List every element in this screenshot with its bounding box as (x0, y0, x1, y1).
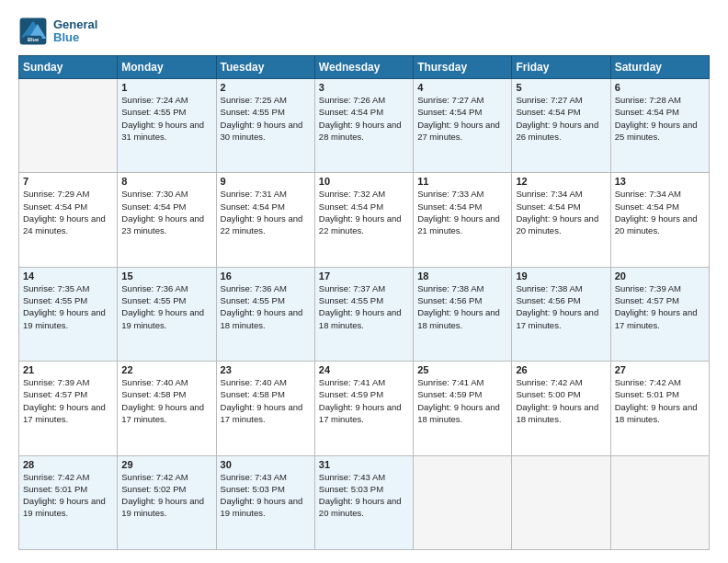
day-number: 6 (615, 82, 705, 93)
day-of-week-header: Saturday (610, 56, 709, 79)
calendar-day-cell: 19Sunrise: 7:38 AMSunset: 4:56 PMDayligh… (512, 267, 610, 361)
calendar-day-cell: 13Sunrise: 7:34 AMSunset: 4:54 PMDayligh… (610, 173, 709, 267)
calendar-day-cell: 8Sunrise: 7:30 AMSunset: 4:54 PMDaylight… (118, 173, 216, 267)
day-info: Sunrise: 7:36 AMSunset: 4:55 PMDaylight:… (221, 282, 311, 331)
day-number: 14 (23, 270, 113, 282)
day-number: 7 (23, 176, 113, 187)
svg-text:Blue: Blue (28, 37, 39, 42)
day-info: Sunrise: 7:33 AMSunset: 4:54 PMDaylight:… (417, 188, 507, 236)
day-number: 31 (319, 459, 409, 470)
calendar-week-row: 14Sunrise: 7:35 AMSunset: 4:55 PMDayligh… (19, 267, 710, 361)
calendar-day-cell: 3Sunrise: 7:26 AMSunset: 4:54 PMDaylight… (314, 79, 413, 173)
day-number: 8 (121, 176, 211, 187)
header: Blue General Blue (18, 17, 710, 46)
logo: Blue General Blue (18, 17, 97, 46)
calendar-day-cell: 2Sunrise: 7:25 AMSunset: 4:55 PMDaylight… (216, 79, 314, 173)
calendar-day-cell: 7Sunrise: 7:29 AMSunset: 4:54 PMDaylight… (19, 173, 118, 267)
day-number: 12 (516, 176, 606, 187)
day-number: 3 (319, 82, 409, 93)
day-info: Sunrise: 7:35 AMSunset: 4:55 PMDaylight:… (23, 282, 113, 331)
calendar-day-cell: 17Sunrise: 7:37 AMSunset: 4:55 PMDayligh… (314, 267, 413, 361)
day-of-week-header: Tuesday (216, 56, 314, 79)
day-info: Sunrise: 7:42 AMSunset: 5:01 PMDaylight:… (23, 471, 113, 520)
day-info: Sunrise: 7:34 AMSunset: 4:54 PMDaylight:… (516, 188, 606, 236)
calendar-day-cell: 31Sunrise: 7:43 AMSunset: 5:03 PMDayligh… (314, 455, 413, 549)
day-info: Sunrise: 7:25 AMSunset: 4:55 PMDaylight:… (221, 94, 311, 143)
calendar-week-row: 21Sunrise: 7:39 AMSunset: 4:57 PMDayligh… (19, 362, 710, 455)
calendar-day-cell: 30Sunrise: 7:43 AMSunset: 5:03 PMDayligh… (216, 455, 314, 549)
calendar-week-row: 7Sunrise: 7:29 AMSunset: 4:54 PMDaylight… (19, 173, 710, 267)
day-number: 24 (319, 364, 409, 375)
day-number: 11 (417, 176, 507, 187)
calendar-day-cell: 21Sunrise: 7:39 AMSunset: 4:57 PMDayligh… (19, 362, 118, 455)
day-info: Sunrise: 7:32 AMSunset: 4:54 PMDaylight:… (319, 188, 409, 236)
day-info: Sunrise: 7:42 AMSunset: 5:00 PMDaylight:… (516, 376, 606, 425)
logo-icon: Blue (18, 17, 48, 46)
day-info: Sunrise: 7:41 AMSunset: 4:59 PMDaylight:… (417, 376, 507, 425)
day-number: 29 (121, 459, 211, 470)
day-info: Sunrise: 7:38 AMSunset: 4:56 PMDaylight:… (516, 282, 606, 331)
day-number: 10 (319, 176, 409, 187)
calendar-day-cell: 26Sunrise: 7:42 AMSunset: 5:00 PMDayligh… (512, 362, 610, 455)
day-info: Sunrise: 7:40 AMSunset: 4:58 PMDaylight:… (121, 376, 211, 425)
day-info: Sunrise: 7:28 AMSunset: 4:54 PMDaylight:… (615, 94, 705, 143)
logo-text: General Blue (53, 18, 97, 45)
day-info: Sunrise: 7:36 AMSunset: 4:55 PMDaylight:… (121, 282, 211, 331)
day-info: Sunrise: 7:29 AMSunset: 4:54 PMDaylight:… (23, 188, 113, 236)
day-info: Sunrise: 7:26 AMSunset: 4:54 PMDaylight:… (319, 94, 409, 143)
calendar-week-row: 1Sunrise: 7:24 AMSunset: 4:55 PMDaylight… (19, 79, 710, 173)
day-number: 22 (121, 364, 211, 375)
calendar-day-cell: 29Sunrise: 7:42 AMSunset: 5:02 PMDayligh… (118, 455, 216, 549)
day-info: Sunrise: 7:39 AMSunset: 4:57 PMDaylight:… (615, 282, 705, 331)
calendar-day-cell: 4Sunrise: 7:27 AMSunset: 4:54 PMDaylight… (414, 79, 512, 173)
calendar-day-cell: 15Sunrise: 7:36 AMSunset: 4:55 PMDayligh… (118, 267, 216, 361)
day-info: Sunrise: 7:30 AMSunset: 4:54 PMDaylight:… (121, 188, 211, 236)
day-of-week-header: Thursday (414, 56, 512, 79)
calendar-day-cell: 20Sunrise: 7:39 AMSunset: 4:57 PMDayligh… (610, 267, 709, 361)
calendar-day-cell: 11Sunrise: 7:33 AMSunset: 4:54 PMDayligh… (414, 173, 512, 267)
calendar-day-cell: 16Sunrise: 7:36 AMSunset: 4:55 PMDayligh… (216, 267, 314, 361)
day-info: Sunrise: 7:27 AMSunset: 4:54 PMDaylight:… (417, 94, 507, 143)
day-number: 15 (121, 270, 211, 282)
day-number: 4 (417, 82, 507, 93)
calendar-header-row: SundayMondayTuesdayWednesdayThursdayFrid… (19, 56, 710, 79)
day-info: Sunrise: 7:41 AMSunset: 4:59 PMDaylight:… (319, 376, 409, 425)
day-info: Sunrise: 7:27 AMSunset: 4:54 PMDaylight:… (516, 94, 606, 143)
day-number: 5 (516, 82, 606, 93)
day-info: Sunrise: 7:39 AMSunset: 4:57 PMDaylight:… (23, 376, 113, 425)
calendar-day-cell: 24Sunrise: 7:41 AMSunset: 4:59 PMDayligh… (314, 362, 413, 455)
calendar-table: SundayMondayTuesdayWednesdayThursdayFrid… (18, 55, 710, 550)
calendar-day-cell (610, 455, 709, 549)
day-info: Sunrise: 7:42 AMSunset: 5:02 PMDaylight:… (121, 471, 211, 520)
calendar-day-cell: 5Sunrise: 7:27 AMSunset: 4:54 PMDaylight… (512, 79, 610, 173)
calendar-day-cell: 12Sunrise: 7:34 AMSunset: 4:54 PMDayligh… (512, 173, 610, 267)
calendar-day-cell: 27Sunrise: 7:42 AMSunset: 5:01 PMDayligh… (610, 362, 709, 455)
day-info: Sunrise: 7:38 AMSunset: 4:56 PMDaylight:… (417, 282, 507, 331)
calendar-day-cell: 6Sunrise: 7:28 AMSunset: 4:54 PMDaylight… (610, 79, 709, 173)
calendar-week-row: 28Sunrise: 7:42 AMSunset: 5:01 PMDayligh… (19, 455, 710, 549)
calendar-day-cell (414, 455, 512, 549)
calendar-day-cell: 28Sunrise: 7:42 AMSunset: 5:01 PMDayligh… (19, 455, 118, 549)
calendar-day-cell: 22Sunrise: 7:40 AMSunset: 4:58 PMDayligh… (118, 362, 216, 455)
day-of-week-header: Sunday (19, 56, 118, 79)
day-number: 1 (121, 82, 211, 93)
calendar-day-cell: 25Sunrise: 7:41 AMSunset: 4:59 PMDayligh… (414, 362, 512, 455)
calendar-day-cell: 9Sunrise: 7:31 AMSunset: 4:54 PMDaylight… (216, 173, 314, 267)
day-info: Sunrise: 7:34 AMSunset: 4:54 PMDaylight:… (615, 188, 705, 236)
day-info: Sunrise: 7:43 AMSunset: 5:03 PMDaylight:… (221, 471, 311, 520)
day-number: 20 (615, 270, 705, 282)
day-number: 23 (221, 364, 311, 375)
calendar-day-cell (19, 79, 118, 173)
day-of-week-header: Wednesday (314, 56, 413, 79)
day-info: Sunrise: 7:42 AMSunset: 5:01 PMDaylight:… (615, 376, 705, 425)
day-number: 30 (221, 459, 311, 470)
day-number: 2 (221, 82, 311, 93)
day-number: 25 (417, 364, 507, 375)
calendar-day-cell: 1Sunrise: 7:24 AMSunset: 4:55 PMDaylight… (118, 79, 216, 173)
calendar-day-cell: 23Sunrise: 7:40 AMSunset: 4:58 PMDayligh… (216, 362, 314, 455)
day-number: 19 (516, 270, 606, 282)
day-number: 21 (23, 364, 113, 375)
day-number: 28 (23, 459, 113, 470)
day-number: 16 (221, 270, 311, 282)
day-number: 9 (221, 176, 311, 187)
